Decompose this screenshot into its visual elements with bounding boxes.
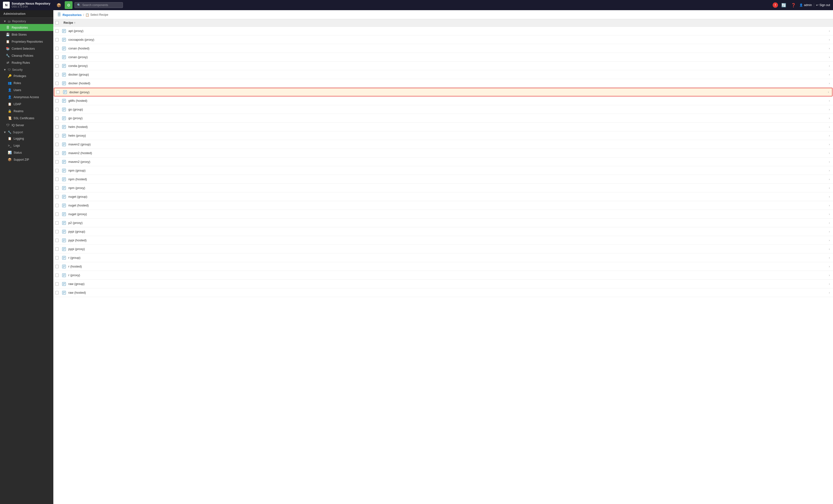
row-checkbox[interactable] xyxy=(55,55,59,59)
browse-button[interactable]: 📦 xyxy=(55,1,63,9)
table-row[interactable]: helm (proxy) › xyxy=(53,131,833,140)
row-checkbox[interactable] xyxy=(55,282,59,286)
table-row[interactable]: pypi (group) › xyxy=(53,227,833,236)
table-row[interactable]: maven2 (proxy) › xyxy=(53,157,833,166)
table-row[interactable]: nuget (proxy) › xyxy=(53,210,833,219)
row-checkbox[interactable] xyxy=(55,134,59,137)
sidebar-item-realms[interactable]: 🔒 Realms xyxy=(0,107,53,115)
sidebar-item-content-selectors[interactable]: 📚 Content Selectors xyxy=(0,45,53,52)
sidebar-item-proprietary-repos[interactable]: 📋 Proprietary Repositories xyxy=(0,38,53,45)
table-row[interactable]: go (proxy) › xyxy=(53,114,833,123)
sidebar-item-users[interactable]: 👤 Users xyxy=(0,86,53,94)
admin-button[interactable]: ⚙ xyxy=(65,1,72,9)
search-input[interactable] xyxy=(82,3,120,7)
sidebar-item-logs[interactable]: >_ Logs xyxy=(0,142,53,149)
sidebar-item-logging[interactable]: 📋 Logging xyxy=(0,135,53,142)
row-checkbox[interactable] xyxy=(55,38,59,42)
user-menu[interactable]: 👤 admin xyxy=(799,3,812,7)
row-checkbox[interactable] xyxy=(55,108,59,111)
table-row[interactable]: apt (proxy) › xyxy=(53,27,833,35)
row-checkbox[interactable] xyxy=(55,265,59,268)
row-repo-icon xyxy=(62,90,68,94)
sidebar-item-cleanup-policies[interactable]: 🔧 Cleanup Policies xyxy=(0,52,53,59)
sidebar-item-iq-server[interactable]: 🛡 IQ Server xyxy=(0,122,53,129)
row-checkbox[interactable] xyxy=(55,160,59,163)
row-checkbox[interactable] xyxy=(55,151,59,155)
table-row[interactable]: nuget (group) › xyxy=(53,193,833,201)
row-repo-icon xyxy=(61,169,67,173)
table-row[interactable]: docker (group) › xyxy=(53,70,833,79)
search-box[interactable]: 🔍 xyxy=(74,2,123,8)
table-row[interactable]: docker (proxy) › xyxy=(54,88,833,96)
table-row[interactable]: maven2 (group) › xyxy=(53,140,833,149)
row-checkbox[interactable] xyxy=(55,29,59,33)
sidebar-section-security[interactable]: ▼ 🛡 Security xyxy=(0,66,53,72)
table-row[interactable]: conda (proxy) › xyxy=(53,61,833,70)
sidebar-item-repositories[interactable]: 🗄 Repositories xyxy=(0,24,53,31)
row-checkbox[interactable] xyxy=(55,274,59,277)
row-checkbox[interactable] xyxy=(55,247,59,251)
row-checkbox[interactable] xyxy=(55,291,59,295)
row-checkbox[interactable] xyxy=(55,186,59,190)
refresh-button[interactable]: 🔄 xyxy=(780,1,788,9)
row-checkbox[interactable] xyxy=(55,125,59,129)
table-row[interactable]: conan (hosted) › xyxy=(53,44,833,53)
breadcrumb-home-link[interactable]: Repositories xyxy=(63,13,82,17)
table-row[interactable]: r (hosted) › xyxy=(53,262,833,271)
row-checkbox[interactable] xyxy=(55,204,59,207)
table-row[interactable]: nuget (hosted) › xyxy=(53,201,833,210)
table-row[interactable]: pypi (proxy) › xyxy=(53,245,833,253)
table-row[interactable]: r (group) › xyxy=(53,253,833,262)
table-row[interactable]: npm (proxy) › xyxy=(53,184,833,193)
row-checkbox[interactable] xyxy=(55,195,59,198)
row-name: r (group) xyxy=(67,254,826,261)
table-row[interactable]: npm (hosted) › xyxy=(53,175,833,184)
table-row[interactable]: maven2 (hosted) › xyxy=(53,149,833,157)
header-recipe[interactable]: Recipe ↑ xyxy=(61,19,826,26)
alert-badge[interactable]: ! xyxy=(772,2,778,8)
table-row[interactable]: raw (group) › xyxy=(53,280,833,288)
sidebar-item-support-zip[interactable]: 📦 Support ZIP xyxy=(0,156,53,163)
row-checkbox[interactable] xyxy=(55,47,59,50)
row-checkbox[interactable] xyxy=(55,64,59,68)
sidebar-item-blob-stores[interactable]: 💾 Blob Stores xyxy=(0,31,53,38)
signout-button[interactable]: ↩ Sign out xyxy=(814,3,830,7)
row-name: docker (proxy) xyxy=(68,89,825,96)
sidebar-item-ssl-certificates[interactable]: 📜 SSL Certificates xyxy=(0,115,53,122)
sidebar-section-repository[interactable]: ▼ 🗂 Repository xyxy=(0,18,53,24)
sidebar-item-routing-rules[interactable]: ⇄ Routing Rules xyxy=(0,59,53,66)
row-checkbox[interactable] xyxy=(55,143,59,146)
row-chevron-right-icon: › xyxy=(826,256,833,259)
row-checkbox[interactable] xyxy=(55,73,59,76)
table-row[interactable]: go (group) › xyxy=(53,105,833,114)
table-row[interactable]: pypi (hosted) › xyxy=(53,236,833,245)
row-checkbox[interactable] xyxy=(56,91,60,94)
row-checkbox[interactable] xyxy=(55,82,59,85)
sidebar-item-ldap[interactable]: 📋 LDAP xyxy=(0,101,53,107)
row-checkbox[interactable] xyxy=(55,169,59,172)
table-row[interactable]: helm (hosted) › xyxy=(53,123,833,131)
table-row[interactable]: p2 (proxy) › xyxy=(53,219,833,227)
row-checkbox[interactable] xyxy=(55,239,59,242)
table-row[interactable]: cocoapods (proxy) › xyxy=(53,35,833,44)
row-checkbox[interactable] xyxy=(55,99,59,102)
row-checkbox[interactable] xyxy=(55,178,59,181)
row-checkbox[interactable] xyxy=(55,117,59,120)
sidebar-item-roles[interactable]: 👥 Roles xyxy=(0,79,53,86)
header-checkbox[interactable] xyxy=(55,21,59,24)
table-row[interactable]: raw (hosted) › xyxy=(53,288,833,297)
table-row[interactable]: gitlfs (hosted) › xyxy=(53,96,833,105)
sidebar-section-support[interactable]: ▼ 🔧 Support xyxy=(0,129,53,135)
table-row[interactable]: docker (hosted) › xyxy=(53,79,833,88)
sidebar-item-anonymous-access[interactable]: 👤 Anonymous Access xyxy=(0,94,53,101)
sidebar-item-status[interactable]: 📊 Status xyxy=(0,149,53,156)
table-row[interactable]: npm (group) › xyxy=(53,166,833,175)
sidebar-item-privileges[interactable]: 🔑 Privileges xyxy=(0,72,53,79)
help-button[interactable]: ❓ xyxy=(790,1,798,9)
table-row[interactable]: conan (proxy) › xyxy=(53,53,833,61)
table-row[interactable]: r (proxy) › xyxy=(53,271,833,280)
row-checkbox[interactable] xyxy=(55,212,59,216)
row-checkbox[interactable] xyxy=(55,221,59,225)
row-checkbox[interactable] xyxy=(55,230,59,233)
row-checkbox[interactable] xyxy=(55,256,59,259)
